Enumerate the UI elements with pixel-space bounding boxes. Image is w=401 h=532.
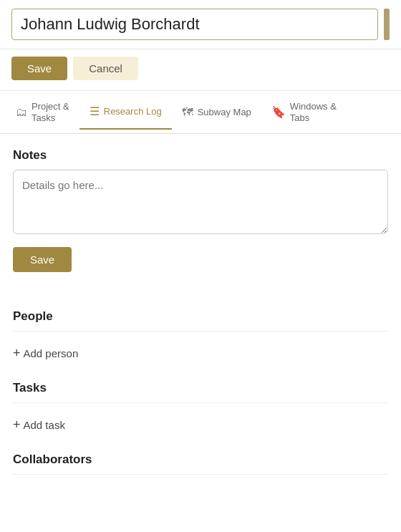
notes-section: Notes Save <box>13 148 388 289</box>
tasks-divider <box>13 402 388 403</box>
add-person-button[interactable]: + Add person <box>13 346 388 361</box>
windows-tabs-icon: 🔖 <box>271 105 286 119</box>
add-task-label: Add task <box>24 419 65 431</box>
research-log-icon: ☰ <box>90 105 100 118</box>
collaborators-section: Collaborators <box>13 453 388 475</box>
action-buttons: Save Cancel <box>0 49 401 91</box>
accent-bar <box>384 9 390 40</box>
tab-project-tasks-label: Project &Tasks <box>32 101 69 123</box>
save-button[interactable]: Save <box>11 57 67 80</box>
subway-map-icon: 🗺 <box>182 106 193 119</box>
project-tasks-icon: 🗂 <box>16 106 27 119</box>
collaborators-divider <box>13 474 388 475</box>
tab-subway-map[interactable]: 🗺 Subway Map <box>172 96 261 129</box>
add-person-label: Add person <box>24 347 79 359</box>
cancel-button[interactable]: Cancel <box>73 57 138 80</box>
tasks-section: Tasks + Add task <box>13 381 388 432</box>
people-divider <box>13 331 388 332</box>
main-content: Notes Save People + Add person Tasks + A… <box>0 134 401 509</box>
tab-windows-tabs[interactable]: 🔖 Windows &Tabs <box>261 91 347 133</box>
tab-research-log-label: Research Log <box>104 106 162 117</box>
notes-title: Notes <box>13 148 388 163</box>
tab-subway-map-label: Subway Map <box>198 107 251 117</box>
notes-save-button[interactable]: Save <box>13 247 72 272</box>
tasks-title: Tasks <box>13 381 388 395</box>
people-title: People <box>13 309 388 324</box>
title-input[interactable] <box>11 9 378 40</box>
header <box>0 0 401 49</box>
people-section: People + Add person <box>13 309 388 361</box>
add-task-button[interactable]: + Add task <box>13 417 388 432</box>
collaborators-title: Collaborators <box>13 453 388 467</box>
tab-research-log[interactable]: ☰ Research Log <box>79 95 172 130</box>
notes-textarea[interactable] <box>13 170 388 234</box>
tab-project-tasks[interactable]: 🗂 Project &Tasks <box>6 91 79 133</box>
add-person-icon: + <box>13 346 21 361</box>
add-task-icon: + <box>13 417 21 432</box>
nav-tabs: 🗂 Project &Tasks ☰ Research Log 🗺 Subway… <box>0 91 401 134</box>
tab-windows-tabs-label: Windows &Tabs <box>290 101 337 123</box>
